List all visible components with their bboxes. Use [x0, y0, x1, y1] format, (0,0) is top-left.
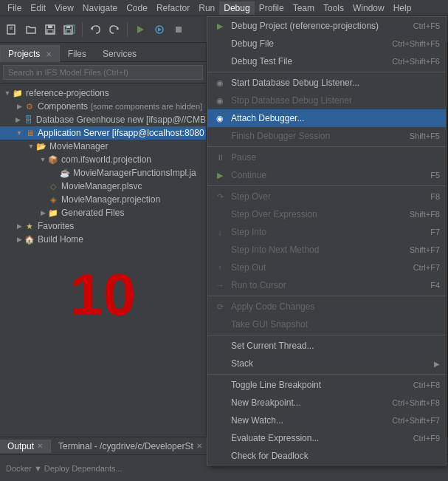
shortcut-debug-test: Ctrl+Shift+F6 — [392, 57, 440, 66]
tree-arrow-package[interactable]: ▼ — [38, 156, 47, 163]
tree-arrow-build[interactable]: ▶ — [15, 236, 24, 243]
menu-evaluate-expr[interactable]: Evaluate Expression... Ctrl+F9 — [207, 429, 446, 447]
tree-item-package[interactable]: ▼ 📦 com.ifsworld.projection — [0, 153, 206, 166]
menu-label-run-to-cursor: Run to Cursor — [231, 280, 416, 290]
tree-item-plsvc[interactable]: ▶ ◇ MovieManager.plsvc — [0, 180, 206, 193]
menu-check-deadlock[interactable]: Check for Deadlock — [207, 447, 446, 465]
tree-arrow-favorites[interactable]: ▶ — [15, 222, 24, 230]
menu-label-apply-changes: Apply Code Changes — [231, 301, 440, 312]
menu-start-db-listener[interactable]: ◉ Start Database Debug Listener... — [207, 74, 446, 92]
svg-rect-0 — [7, 25, 15, 34]
tree-label-plsvc: MovieManager.plsvc — [61, 181, 142, 191]
menu-debug[interactable]: Debug — [219, 1, 254, 15]
tree-arrow-root[interactable]: ▼ — [3, 89, 12, 97]
tree-item-database[interactable]: ▶ 🗄 Database Greenhouse new [ifsapp@//CM… — [0, 113, 206, 126]
svg-marker-14 — [158, 27, 162, 31]
search-input[interactable] — [3, 65, 203, 80]
tree-item-generated[interactable]: ▶ 📁 Generated Files — [0, 206, 206, 219]
tree-item-components[interactable]: ▶ ⚙ Components [some components are hidd… — [0, 100, 206, 113]
menu-toggle-breakpoint[interactable]: Toggle Line Breakpoint Ctrl+F8 — [207, 376, 446, 394]
tab-files[interactable]: Files — [60, 45, 94, 62]
projection-icon: ◈ — [47, 194, 59, 205]
menu-window[interactable]: Window — [348, 1, 389, 15]
shortcut-step-out: Ctrl+F7 — [413, 263, 440, 272]
menu-label-step-into-next: Step Into Next Method — [231, 245, 395, 255]
tree-item-moviemanager-folder[interactable]: ▼ 📂 MovieManager — [0, 140, 206, 153]
shortcut-step-over: F8 — [430, 192, 440, 201]
tree-arrow-appserver[interactable]: ▼ — [15, 129, 24, 137]
menu-code[interactable]: Code — [122, 1, 152, 15]
menu-step-out: ↑ Step Out Ctrl+F7 — [207, 259, 446, 276]
svg-rect-15 — [176, 27, 182, 33]
menu-new-watch[interactable]: New Watch... Ctrl+Shift+F7 — [207, 412, 446, 429]
close-terminal-tab[interactable]: ✕ — [196, 442, 202, 450]
menu-run[interactable]: Run — [194, 1, 219, 15]
menu-new-breakpoint[interactable]: New Breakpoint... Ctrl+Shift+F8 — [207, 394, 446, 412]
tree-item-appserver[interactable]: ▼ 🖥 Application Server [ifsapp@localhost… — [0, 126, 206, 140]
close-output-tab[interactable]: ✕ — [37, 442, 43, 450]
menu-label-step-over: Step Over — [231, 191, 416, 202]
menu-set-thread[interactable]: Set Current Thread... — [207, 337, 446, 355]
menu-navigate[interactable]: Navigate — [78, 1, 122, 15]
close-projects-tab[interactable]: ✕ — [46, 50, 52, 58]
toolbar-redo[interactable] — [106, 21, 123, 38]
finish-debugger-icon — [213, 130, 227, 142]
big-number: 10 — [0, 246, 206, 344]
shortcut-new-watch: Ctrl+Shift+F7 — [392, 416, 440, 425]
menu-refactor[interactable]: Refactor — [152, 1, 194, 15]
tree-arrow-moviemanager[interactable]: ▼ — [27, 143, 35, 150]
toolbar-undo[interactable] — [86, 21, 104, 38]
tree-label-package: com.ifsworld.projection — [61, 154, 151, 165]
shortcut-new-breakpoint: Ctrl+Shift+F8 — [392, 398, 440, 407]
tree-item-java[interactable]: ▶ ☕ MovieManagerFunctionsImpl.ja — [0, 166, 206, 180]
tree-label-projection: MovieManager.projection — [61, 194, 160, 205]
toolbar-debug[interactable] — [151, 21, 168, 38]
menu-view[interactable]: View — [50, 1, 78, 15]
menu-label-debug-file: Debug File — [231, 38, 377, 49]
toolbar-save[interactable] — [41, 21, 59, 38]
shortcut-step-into: F7 — [430, 228, 440, 236]
menu-attach-debugger[interactable]: ◉ Attach Debugger... — [207, 109, 446, 127]
toolbar-open[interactable] — [22, 21, 40, 38]
menu-edit[interactable]: Edit — [26, 1, 50, 15]
menu-debug-test[interactable]: Debug Test File Ctrl+Shift+F6 — [207, 52, 446, 70]
menu-stack[interactable]: Stack ▶ — [207, 355, 446, 372]
evaluate-expr-icon — [213, 432, 227, 444]
tree-arrow-generated[interactable]: ▶ — [38, 209, 47, 216]
menu-file[interactable]: File — [3, 1, 26, 15]
bottom-tab-terminal[interactable]: Terminal - /cygdrive/c/DeveloperSt ✕ — [51, 440, 210, 453]
menu-help[interactable]: Help — [389, 1, 416, 15]
menubar: File Edit View Navigate Code Refactor Ru… — [0, 0, 448, 16]
menu-tools[interactable]: Tools — [319, 1, 348, 15]
menu-debug-file[interactable]: Debug File Ctrl+Shift+F5 — [207, 35, 446, 52]
tree-arrow-database[interactable]: ▶ — [14, 116, 22, 123]
tree-root[interactable]: ▼ 📁 reference-projections — [0, 86, 206, 100]
menu-debug-project[interactable]: ▶ Debug Project (reference-projections) … — [207, 17, 446, 35]
toolbar-new[interactable] — [3, 21, 21, 38]
tree-item-build[interactable]: ▶ 🏠 Build Home — [0, 233, 206, 246]
tree-arrow-components[interactable]: ▶ — [15, 103, 24, 110]
menu-team[interactable]: Team — [289, 1, 319, 15]
shortcut-run-to-cursor: F4 — [430, 281, 440, 290]
tree-label-moviemanager-folder: MovieManager — [49, 141, 108, 151]
tree-label-database: Database Greenhouse new [ifsapp@//CMB — [36, 115, 206, 125]
toolbar-save-all[interactable] — [61, 21, 78, 38]
menu-label-debug-project: Debug Project (reference-projections) — [231, 21, 399, 31]
toolbar-run[interactable] — [131, 21, 149, 38]
tab-projects[interactable]: Projects ✕ — [0, 45, 60, 62]
shortcut-finish-debugger: Shift+F5 — [410, 132, 440, 140]
run-to-cursor-icon: → — [213, 279, 227, 291]
bottom-tab-output[interactable]: Output ✕ — [0, 440, 51, 453]
menu-profile[interactable]: Profile — [255, 1, 289, 15]
tree-item-favorites[interactable]: ▶ ★ Favorites — [0, 219, 206, 233]
tree-item-projection[interactable]: ▶ ◈ MovieManager.projection — [0, 193, 206, 206]
menu-label-step-out: Step Out — [231, 262, 399, 273]
debug-test-icon — [213, 55, 227, 67]
toolbar-stop[interactable] — [170, 21, 187, 38]
sep1 — [207, 72, 446, 72]
tab-services[interactable]: Services — [94, 45, 145, 62]
new-breakpoint-icon — [213, 397, 227, 409]
menu-label-start-listener: Start Database Debug Listener... — [231, 78, 440, 88]
svg-rect-7 — [66, 26, 70, 28]
menu-apply-changes: ⟳ Apply Code Changes — [207, 298, 446, 315]
